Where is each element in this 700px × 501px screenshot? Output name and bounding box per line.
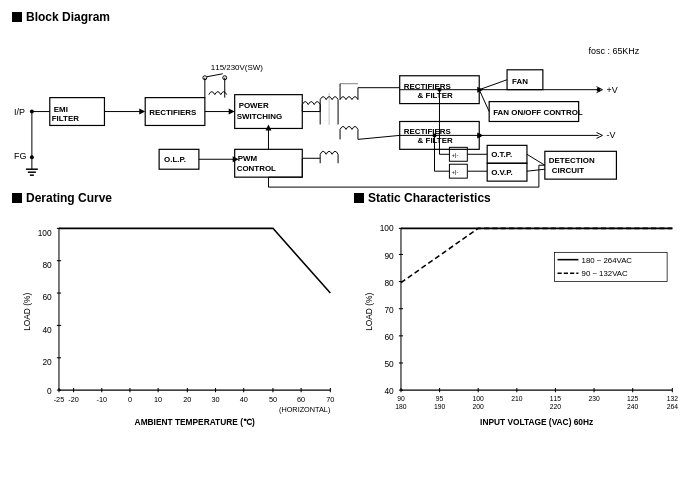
svg-text:+V: +V [606,85,617,95]
svg-text:CIRCUIT: CIRCUIT [552,166,584,175]
svg-text:80: 80 [42,260,52,270]
block-diagram-header: Block Diagram [12,10,688,24]
svg-text:20: 20 [183,395,191,404]
svg-text:40: 40 [240,395,248,404]
svg-text:50: 50 [269,395,277,404]
svg-line-20 [207,74,223,77]
svg-text:90: 90 [384,251,394,261]
svg-text:20: 20 [42,357,52,367]
svg-text:70: 70 [384,305,394,315]
svg-text:190: 190 [434,403,446,410]
svg-text:FAN ON/OFF CONTROL: FAN ON/OFF CONTROL [493,108,583,117]
svg-text:200: 200 [473,403,485,410]
page: Block Diagram fosc : 65KHz I/P FG EMI FI… [0,0,700,501]
svg-text:60: 60 [297,395,305,404]
svg-text:O.V.P.: O.V.P. [491,168,513,177]
svg-text:60: 60 [42,292,52,302]
svg-text:INPUT VOLTAGE (VAC) 60Hz: INPUT VOLTAGE (VAC) 60Hz [480,417,593,427]
svg-text:115: 115 [550,395,562,402]
block-diagram-section: Block Diagram fosc : 65KHz I/P FG EMI FI… [12,10,688,185]
svg-text:I/P: I/P [14,107,25,117]
svg-text:FG: FG [14,151,26,161]
svg-text:+|-: +|- [451,152,458,158]
svg-text:0: 0 [47,386,52,396]
svg-text:80: 80 [384,278,394,288]
svg-text:70: 70 [326,395,334,404]
svg-text:& FILTER: & FILTER [418,91,453,100]
fosc-label: fosc : 65KHz [589,46,640,56]
svg-text:180 ~ 264VAC: 180 ~ 264VAC [582,256,633,265]
svg-text:SWITCHING: SWITCHING [237,112,282,121]
svg-point-86 [437,88,441,92]
svg-text:FILTER: FILTER [52,114,79,123]
svg-marker-98 [266,124,272,130]
svg-text:125: 125 [627,395,639,402]
svg-text:132: 132 [667,395,679,402]
svg-text:FAN: FAN [512,77,528,86]
svg-text:LOAD (%): LOAD (%) [22,293,32,331]
svg-text:264: 264 [667,403,679,410]
svg-marker-24 [229,109,235,115]
static-section: Static Characteristics 40 50 60 70 [354,191,688,446]
derating-chart: 0 20 40 60 80 100 LOAD (%) [12,209,346,446]
svg-text:+|-: +|- [451,169,458,175]
svg-text:115/230V(SW): 115/230V(SW) [211,63,263,72]
block-diagram-icon [12,12,22,22]
svg-text:-10: -10 [96,395,107,404]
svg-text:50: 50 [384,359,394,369]
svg-text:240: 240 [627,403,639,410]
svg-text:O.L.P.: O.L.P. [164,155,186,164]
svg-marker-14 [139,109,145,115]
svg-line-53 [479,90,489,112]
svg-text:-V: -V [606,130,615,140]
svg-text:LOAD (%): LOAD (%) [364,293,374,331]
svg-line-47 [358,135,400,139]
svg-text:-20: -20 [68,395,79,404]
svg-text:& FILTER: & FILTER [418,136,453,145]
svg-text:-25: -25 [54,395,65,404]
svg-text:40: 40 [384,386,394,396]
svg-text:90: 90 [397,395,405,402]
svg-text:RECTIFIERS: RECTIFIERS [149,108,196,117]
derating-chart-svg: 0 20 40 60 80 100 LOAD (%) [12,209,346,446]
svg-text:10: 10 [154,395,162,404]
svg-text:O.T.P.: O.T.P. [491,150,512,159]
svg-text:CONTROL: CONTROL [237,164,276,173]
static-chart: 40 50 60 70 80 90 100 LOAD (%) [354,209,688,446]
svg-text:EMI: EMI [54,105,68,114]
svg-line-82 [527,154,545,165]
svg-text:100: 100 [38,228,52,238]
block-diagram-title: Block Diagram [26,10,110,24]
svg-marker-68 [477,132,483,138]
svg-text:30: 30 [211,395,219,404]
derating-section: Derating Curve 0 20 40 60 [12,191,346,446]
svg-text:180: 180 [395,403,407,410]
svg-text:AMBIENT TEMPERATURE (℃): AMBIENT TEMPERATURE (℃) [135,417,255,427]
svg-point-61 [597,88,601,92]
svg-text:PWM: PWM [238,154,258,163]
svg-text:POWER: POWER [239,101,269,110]
svg-text:100: 100 [473,395,485,402]
block-diagram-svg: fosc : 65KHz I/P FG EMI FILTER [12,32,688,207]
svg-text:95: 95 [436,395,444,402]
bottom-row: Derating Curve 0 20 40 60 [12,191,688,446]
svg-text:230: 230 [588,395,600,402]
svg-text:(HORIZONTAL): (HORIZONTAL) [279,405,330,414]
svg-text:60: 60 [384,332,394,342]
svg-text:90 ~ 132VAC: 90 ~ 132VAC [582,269,628,278]
svg-text:DETECTION: DETECTION [549,156,595,165]
static-chart-svg: 40 50 60 70 80 90 100 LOAD (%) [354,209,688,446]
svg-text:220: 220 [550,403,562,410]
svg-text:0: 0 [128,395,132,404]
svg-text:100: 100 [380,223,394,233]
svg-line-52 [479,80,507,90]
svg-point-89 [433,133,437,137]
svg-text:40: 40 [42,325,52,335]
svg-line-83 [527,169,545,171]
svg-text:210: 210 [511,395,523,402]
